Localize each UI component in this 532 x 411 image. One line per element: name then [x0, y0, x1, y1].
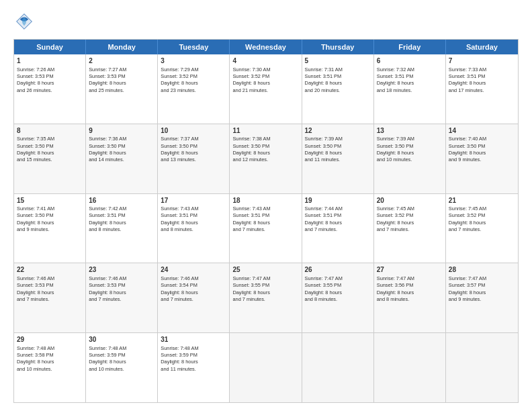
- day-number: 20: [377, 196, 443, 205]
- day-number: 7: [449, 56, 515, 66]
- cell-text: Sunrise: 7:30 AMSunset: 3:52 PMDaylight:…: [232, 66, 298, 94]
- cell-text: Sunrise: 7:47 AMSunset: 3:57 PMDaylight:…: [449, 275, 515, 303]
- cell-text: Sunrise: 7:48 AMSunset: 3:59 PMDaylight:…: [89, 345, 154, 373]
- calendar-cell: 3Sunrise: 7:29 AMSunset: 3:52 PMDaylight…: [158, 54, 230, 124]
- calendar-cell: [230, 333, 302, 402]
- logo: [13, 11, 38, 32]
- calendar-header: SundayMondayTuesdayWednesdayThursdayFrid…: [14, 40, 518, 54]
- calendar-cell: 13Sunrise: 7:39 AMSunset: 3:50 PMDayligh…: [374, 124, 446, 193]
- cell-text: Sunrise: 7:27 AMSunset: 3:53 PMDaylight:…: [89, 66, 154, 94]
- calendar-cell: 11Sunrise: 7:38 AMSunset: 3:50 PMDayligh…: [230, 124, 302, 193]
- cell-text: Sunrise: 7:36 AMSunset: 3:50 PMDaylight:…: [89, 136, 154, 163]
- calendar-cell: 21Sunrise: 7:45 AMSunset: 3:52 PMDayligh…: [446, 194, 518, 263]
- calendar-cell: 26Sunrise: 7:47 AMSunset: 3:55 PMDayligh…: [302, 263, 374, 332]
- weekday-header: Friday: [374, 40, 446, 54]
- day-number: 11: [232, 126, 298, 136]
- calendar-cell: 6Sunrise: 7:32 AMSunset: 3:51 PMDaylight…: [374, 54, 446, 124]
- calendar-cell: 19Sunrise: 7:44 AMSunset: 3:51 PMDayligh…: [302, 194, 374, 263]
- cell-text: Sunrise: 7:41 AMSunset: 3:50 PMDaylight:…: [17, 205, 83, 233]
- cell-text: Sunrise: 7:42 AMSunset: 3:51 PMDaylight:…: [89, 205, 154, 233]
- calendar-cell: 22Sunrise: 7:46 AMSunset: 3:53 PMDayligh…: [14, 263, 86, 332]
- day-number: 4: [232, 56, 298, 66]
- cell-text: Sunrise: 7:33 AMSunset: 3:51 PMDaylight:…: [449, 66, 515, 94]
- calendar-body: 1Sunrise: 7:26 AMSunset: 3:53 PMDaylight…: [14, 54, 518, 402]
- day-number: 14: [449, 126, 515, 136]
- day-number: 19: [305, 196, 371, 205]
- calendar: SundayMondayTuesdayWednesdayThursdayFrid…: [13, 39, 519, 403]
- cell-text: Sunrise: 7:39 AMSunset: 3:50 PMDaylight:…: [377, 136, 443, 163]
- day-number: 10: [161, 126, 226, 136]
- cell-text: Sunrise: 7:29 AMSunset: 3:52 PMDaylight:…: [161, 66, 226, 94]
- logo-icon: [13, 11, 35, 32]
- calendar-cell: 23Sunrise: 7:46 AMSunset: 3:53 PMDayligh…: [86, 263, 158, 332]
- day-number: 3: [161, 56, 226, 66]
- day-number: 2: [89, 56, 154, 66]
- cell-text: Sunrise: 7:46 AMSunset: 3:53 PMDaylight:…: [17, 275, 83, 303]
- weekday-header: Tuesday: [158, 40, 230, 54]
- cell-text: Sunrise: 7:37 AMSunset: 3:50 PMDaylight:…: [161, 136, 226, 163]
- cell-text: Sunrise: 7:43 AMSunset: 3:51 PMDaylight:…: [232, 205, 298, 233]
- cell-text: Sunrise: 7:43 AMSunset: 3:51 PMDaylight:…: [161, 205, 226, 233]
- cell-text: Sunrise: 7:31 AMSunset: 3:51 PMDaylight:…: [305, 66, 371, 94]
- weekday-header: Wednesday: [230, 40, 302, 54]
- cell-text: Sunrise: 7:45 AMSunset: 3:52 PMDaylight:…: [449, 205, 515, 233]
- calendar-cell: 16Sunrise: 7:42 AMSunset: 3:51 PMDayligh…: [86, 194, 158, 263]
- calendar-cell: 24Sunrise: 7:46 AMSunset: 3:54 PMDayligh…: [158, 263, 230, 332]
- day-number: 6: [377, 56, 443, 66]
- calendar-cell: [446, 333, 518, 402]
- day-number: 31: [161, 335, 226, 345]
- cell-text: Sunrise: 7:46 AMSunset: 3:53 PMDaylight:…: [89, 275, 154, 303]
- day-number: 8: [17, 126, 83, 136]
- weekday-header: Sunday: [14, 40, 86, 54]
- day-number: 16: [89, 196, 154, 205]
- day-number: 9: [89, 126, 154, 136]
- day-number: 21: [449, 196, 515, 205]
- calendar-cell: 15Sunrise: 7:41 AMSunset: 3:50 PMDayligh…: [14, 194, 86, 263]
- cell-text: Sunrise: 7:45 AMSunset: 3:52 PMDaylight:…: [377, 205, 443, 233]
- weekday-header: Saturday: [446, 40, 518, 54]
- cell-text: Sunrise: 7:47 AMSunset: 3:56 PMDaylight:…: [377, 275, 443, 303]
- day-number: 17: [161, 196, 226, 205]
- calendar-row: 1Sunrise: 7:26 AMSunset: 3:53 PMDaylight…: [14, 54, 518, 124]
- calendar-cell: 20Sunrise: 7:45 AMSunset: 3:52 PMDayligh…: [374, 194, 446, 263]
- page: SundayMondayTuesdayWednesdayThursdayFrid…: [0, 0, 532, 411]
- calendar-row: 29Sunrise: 7:48 AMSunset: 3:58 PMDayligh…: [14, 332, 518, 402]
- day-number: 30: [89, 335, 154, 345]
- weekday-header: Monday: [86, 40, 158, 54]
- day-number: 26: [305, 265, 371, 275]
- calendar-cell: 12Sunrise: 7:39 AMSunset: 3:50 PMDayligh…: [302, 124, 374, 193]
- calendar-cell: 27Sunrise: 7:47 AMSunset: 3:56 PMDayligh…: [374, 263, 446, 332]
- calendar-cell: 18Sunrise: 7:43 AMSunset: 3:51 PMDayligh…: [230, 194, 302, 263]
- cell-text: Sunrise: 7:48 AMSunset: 3:59 PMDaylight:…: [161, 345, 226, 373]
- calendar-cell: 8Sunrise: 7:35 AMSunset: 3:50 PMDaylight…: [14, 124, 86, 193]
- day-number: 24: [161, 265, 226, 275]
- calendar-cell: 2Sunrise: 7:27 AMSunset: 3:53 PMDaylight…: [86, 54, 158, 124]
- calendar-cell: 1Sunrise: 7:26 AMSunset: 3:53 PMDaylight…: [14, 54, 86, 124]
- day-number: 15: [17, 196, 83, 205]
- cell-text: Sunrise: 7:39 AMSunset: 3:50 PMDaylight:…: [305, 136, 371, 163]
- calendar-cell: 30Sunrise: 7:48 AMSunset: 3:59 PMDayligh…: [86, 333, 158, 402]
- cell-text: Sunrise: 7:38 AMSunset: 3:50 PMDaylight:…: [232, 136, 298, 163]
- calendar-cell: [374, 333, 446, 402]
- day-number: 5: [305, 56, 371, 66]
- header: [13, 11, 519, 32]
- cell-text: Sunrise: 7:47 AMSunset: 3:55 PMDaylight:…: [305, 275, 371, 303]
- calendar-cell: 29Sunrise: 7:48 AMSunset: 3:58 PMDayligh…: [14, 333, 86, 402]
- calendar-cell: 17Sunrise: 7:43 AMSunset: 3:51 PMDayligh…: [158, 194, 230, 263]
- cell-text: Sunrise: 7:46 AMSunset: 3:54 PMDaylight:…: [161, 275, 226, 303]
- day-number: 23: [89, 265, 154, 275]
- cell-text: Sunrise: 7:47 AMSunset: 3:55 PMDaylight:…: [232, 275, 298, 303]
- calendar-cell: 5Sunrise: 7:31 AMSunset: 3:51 PMDaylight…: [302, 54, 374, 124]
- day-number: 18: [232, 196, 298, 205]
- calendar-cell: 31Sunrise: 7:48 AMSunset: 3:59 PMDayligh…: [158, 333, 230, 402]
- calendar-row: 22Sunrise: 7:46 AMSunset: 3:53 PMDayligh…: [14, 263, 518, 332]
- cell-text: Sunrise: 7:40 AMSunset: 3:50 PMDaylight:…: [449, 136, 515, 163]
- calendar-row: 15Sunrise: 7:41 AMSunset: 3:50 PMDayligh…: [14, 193, 518, 263]
- cell-text: Sunrise: 7:44 AMSunset: 3:51 PMDaylight:…: [305, 205, 371, 233]
- calendar-cell: 4Sunrise: 7:30 AMSunset: 3:52 PMDaylight…: [230, 54, 302, 124]
- calendar-cell: 14Sunrise: 7:40 AMSunset: 3:50 PMDayligh…: [446, 124, 518, 193]
- calendar-cell: 7Sunrise: 7:33 AMSunset: 3:51 PMDaylight…: [446, 54, 518, 124]
- calendar-cell: [302, 333, 374, 402]
- day-number: 29: [17, 335, 83, 345]
- cell-text: Sunrise: 7:32 AMSunset: 3:51 PMDaylight:…: [377, 66, 443, 94]
